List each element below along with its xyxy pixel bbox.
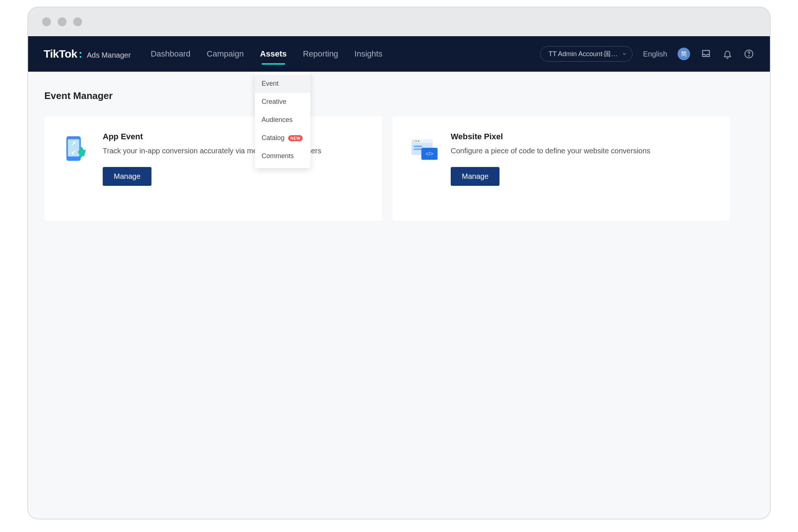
account-selector-label: TT Admin Account·国… bbox=[549, 50, 618, 58]
window-dot bbox=[58, 17, 66, 26]
svg-rect-7 bbox=[412, 139, 433, 143]
card-body: App Event Track your in-app conversion a… bbox=[103, 132, 365, 186]
svg-point-9 bbox=[415, 140, 417, 142]
new-badge: NEW bbox=[288, 135, 303, 141]
nav-dashboard[interactable]: Dashboard bbox=[151, 47, 191, 61]
dropdown-item-label: Creative bbox=[262, 98, 286, 106]
dropdown-item-comments[interactable]: Comments bbox=[255, 147, 310, 165]
bell-icon[interactable] bbox=[722, 48, 733, 59]
card-body: Website Pixel Configure a piece of code … bbox=[451, 132, 713, 186]
svg-point-10 bbox=[418, 140, 419, 142]
dropdown-item-catalog[interactable]: Catalog NEW bbox=[255, 129, 310, 147]
page-content: Event Manager App Eve bbox=[28, 72, 770, 240]
card-title: App Event bbox=[103, 132, 365, 141]
brand-name: TikTok bbox=[44, 48, 77, 60]
dropdown-item-label: Catalog bbox=[262, 134, 284, 142]
nav-insights[interactable]: Insights bbox=[354, 47, 382, 61]
brand-logo[interactable]: TikTok: Ads Manager bbox=[44, 48, 131, 60]
app-root: TikTok: Ads Manager Dashboard Campaign A… bbox=[28, 36, 770, 519]
svg-point-8 bbox=[413, 140, 415, 142]
nav-campaign[interactable]: Campaign bbox=[207, 47, 244, 61]
card-desc: Configure a piece of code to define your… bbox=[451, 145, 680, 157]
dropdown-item-audiences[interactable]: Audiences bbox=[255, 111, 310, 129]
window-title-bar bbox=[28, 7, 770, 36]
card-title: Website Pixel bbox=[451, 132, 713, 141]
nav-assets[interactable]: Assets bbox=[260, 47, 287, 61]
brand-product: Ads Manager bbox=[87, 51, 131, 59]
top-nav: TikTok: Ads Manager Dashboard Campaign A… bbox=[28, 36, 770, 72]
page-title: Event Manager bbox=[44, 90, 754, 102]
avatar[interactable]: 简 bbox=[678, 48, 690, 60]
chevron-down-icon bbox=[622, 51, 627, 57]
help-icon[interactable] bbox=[743, 48, 754, 59]
dropdown-item-label: Event bbox=[262, 80, 279, 88]
card-website-pixel: </> Website Pixel Configure a piece of c… bbox=[392, 116, 730, 221]
svg-point-1 bbox=[748, 56, 749, 57]
assets-dropdown: Event Creative Audiences Catalog NEW Com… bbox=[255, 72, 310, 168]
card-app-event: App Event Track your in-app conversion a… bbox=[44, 116, 382, 221]
avatar-label: 简 bbox=[681, 50, 687, 58]
window-dot bbox=[42, 17, 51, 26]
app-event-icon bbox=[61, 134, 90, 163]
dropdown-item-label: Comments bbox=[262, 152, 294, 160]
cards-row: App Event Track your in-app conversion a… bbox=[44, 116, 754, 221]
window-dot bbox=[73, 17, 82, 26]
browser-frame: TikTok: Ads Manager Dashboard Campaign A… bbox=[27, 7, 771, 519]
inbox-icon[interactable] bbox=[700, 48, 712, 59]
nav-items: Dashboard Campaign Assets Reporting Insi… bbox=[151, 47, 382, 61]
nav-reporting[interactable]: Reporting bbox=[303, 47, 338, 61]
website-pixel-icon: </> bbox=[409, 134, 438, 163]
nav-right: TT Admin Account·国… English 简 bbox=[540, 46, 754, 62]
dropdown-item-label: Audiences bbox=[262, 116, 293, 124]
language-selector[interactable]: English bbox=[643, 50, 667, 58]
brand-colon: : bbox=[79, 48, 82, 60]
dropdown-item-event[interactable]: Event bbox=[255, 75, 310, 93]
svg-text:</>: </> bbox=[425, 150, 433, 157]
manage-button[interactable]: Manage bbox=[103, 167, 151, 186]
account-selector[interactable]: TT Admin Account·国… bbox=[540, 46, 633, 62]
manage-button[interactable]: Manage bbox=[451, 167, 499, 186]
dropdown-item-creative[interactable]: Creative bbox=[255, 93, 310, 111]
svg-rect-11 bbox=[413, 146, 422, 147]
